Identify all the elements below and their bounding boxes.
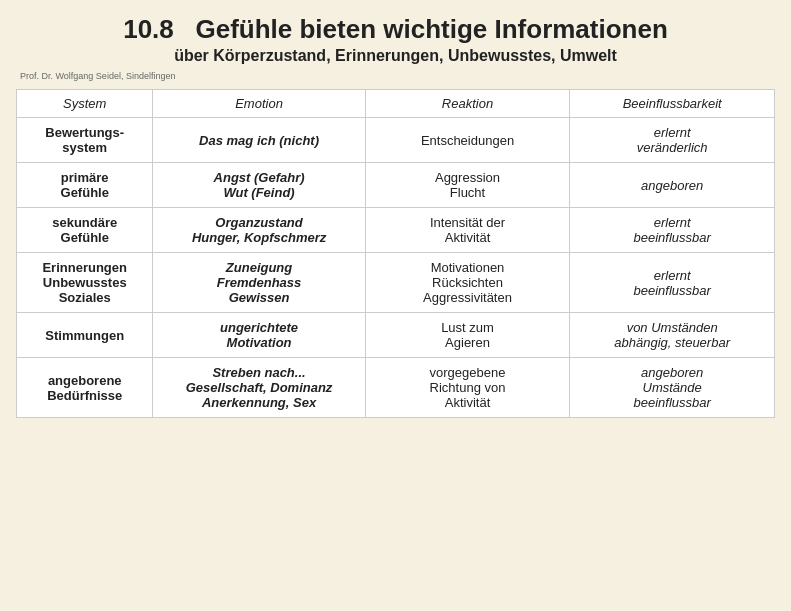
cell-system: Bewertungs- system — [17, 118, 153, 163]
cell-emotion: Streben nach... Gesellschaft, Dominanz A… — [153, 358, 365, 418]
cell-reaction: Motivationen Rücksichten Aggressivitäten — [365, 253, 570, 313]
cell-emotion: Organzustand Hunger, Kopfschmerz — [153, 208, 365, 253]
col-header-reaction: Reaktion — [365, 90, 570, 118]
cell-influence: erlernt beeinflussbar — [570, 253, 775, 313]
col-header-influence: Beeinflussbarkeit — [570, 90, 775, 118]
slide-number: 10.8 — [123, 14, 174, 44]
cell-reaction: Intensität der Aktivität — [365, 208, 570, 253]
title-text: Gefühle bieten wichtige Informationen — [195, 14, 667, 44]
cell-system: primäre Gefühle — [17, 163, 153, 208]
table-row: primäre GefühleAngst (Gefahr) Wut (Feind… — [17, 163, 775, 208]
table-header-row: System Emotion Reaktion Beeinflussbarkei… — [17, 90, 775, 118]
cell-emotion: Zuneigung Fremdenhass Gewissen — [153, 253, 365, 313]
cell-emotion: ungerichtete Motivation — [153, 313, 365, 358]
table-row: angeborene BedürfnisseStreben nach... Ge… — [17, 358, 775, 418]
cell-influence: von Umständen abhängig, steuerbar — [570, 313, 775, 358]
cell-emotion: Das mag ich (nicht) — [153, 118, 365, 163]
cell-reaction: vorgegebene Richtung von Aktivität — [365, 358, 570, 418]
cell-emotion: Angst (Gefahr) Wut (Feind) — [153, 163, 365, 208]
cell-reaction: Entscheidungen — [365, 118, 570, 163]
cell-influence: erlernt beeinflussbar — [570, 208, 775, 253]
table-row: Erinnerungen Unbewusstes SozialesZuneigu… — [17, 253, 775, 313]
col-header-system: System — [17, 90, 153, 118]
author-label: Prof. Dr. Wolfgang Seidel, Sindelfingen — [0, 69, 791, 85]
cell-reaction: Aggression Flucht — [365, 163, 570, 208]
header: 10.8 Gefühle bieten wichtige Information… — [0, 0, 791, 69]
page-subtitle: über Körperzustand, Erinnerungen, Unbewu… — [20, 47, 771, 65]
cell-influence: angeboren — [570, 163, 775, 208]
page: 10.8 Gefühle bieten wichtige Information… — [0, 0, 791, 611]
col-header-emotion: Emotion — [153, 90, 365, 118]
cell-system: Erinnerungen Unbewusstes Soziales — [17, 253, 153, 313]
table-container: System Emotion Reaktion Beeinflussbarkei… — [0, 85, 791, 611]
table-row: Bewertungs- systemDas mag ich (nicht)Ent… — [17, 118, 775, 163]
page-title: 10.8 Gefühle bieten wichtige Information… — [20, 14, 771, 45]
cell-reaction: Lust zum Agieren — [365, 313, 570, 358]
main-table: System Emotion Reaktion Beeinflussbarkei… — [16, 89, 775, 418]
cell-system: angeborene Bedürfnisse — [17, 358, 153, 418]
cell-system: sekundäre Gefühle — [17, 208, 153, 253]
cell-influence: erlernt veränderlich — [570, 118, 775, 163]
table-row: Stimmungenungerichtete MotivationLust zu… — [17, 313, 775, 358]
cell-system: Stimmungen — [17, 313, 153, 358]
table-row: sekundäre GefühleOrganzustand Hunger, Ko… — [17, 208, 775, 253]
cell-influence: angeboren Umstände beeinflussbar — [570, 358, 775, 418]
